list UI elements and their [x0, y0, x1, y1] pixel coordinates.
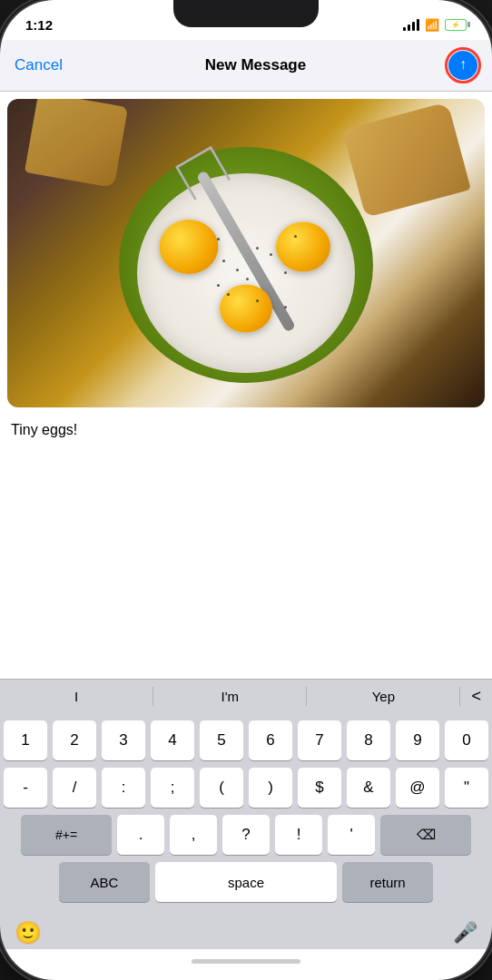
- keyboard-row-bottom: ABC space return: [4, 862, 488, 902]
- predictive-bar: I I'm Yep <: [0, 679, 492, 713]
- keyboard-bottom-bar: 🙂 🎤: [0, 913, 492, 949]
- wifi-icon: 📶: [425, 18, 439, 32]
- key-9[interactable]: 9: [396, 720, 439, 760]
- egg-white: [137, 173, 355, 373]
- key-period[interactable]: .: [117, 815, 164, 855]
- key-abc[interactable]: ABC: [59, 862, 150, 902]
- key-hashtag-plus-equals[interactable]: #+=: [21, 815, 112, 855]
- message-header: Cancel New Message ↑: [0, 40, 492, 92]
- key-8[interactable]: 8: [347, 720, 390, 760]
- signal-bars-icon: [403, 19, 419, 31]
- key-5[interactable]: 5: [200, 720, 243, 760]
- food-image-bg: [7, 99, 485, 407]
- status-icons: 📶 ⚡: [403, 18, 467, 32]
- key-2[interactable]: 2: [53, 720, 96, 760]
- key-comma[interactable]: ,: [170, 815, 217, 855]
- keyboard: 1 2 3 4 5 6 7 8 9 0 - / : ; ( ) $ & @ " …: [0, 713, 492, 913]
- toast-piece-2: [25, 99, 128, 188]
- key-return[interactable]: return: [342, 862, 433, 902]
- predictive-backspace-button[interactable]: <: [460, 687, 492, 706]
- key-4[interactable]: 4: [151, 720, 194, 760]
- keyboard-row-symbols: - / : ; ( ) $ & @ ": [4, 768, 488, 808]
- key-question[interactable]: ?: [222, 815, 270, 855]
- keyboard-row-punctuation: #+= . , ? ! ' ⌫: [4, 815, 488, 855]
- notch: [173, 0, 319, 27]
- battery-icon: ⚡: [445, 19, 467, 31]
- cancel-button[interactable]: Cancel: [15, 56, 63, 74]
- key-backspace[interactable]: ⌫: [380, 815, 471, 855]
- home-bar: [192, 959, 300, 964]
- key-close-paren[interactable]: ): [249, 768, 292, 808]
- send-arrow-icon: ↑: [459, 56, 467, 73]
- send-button-wrapper: ↑: [448, 51, 477, 80]
- key-7[interactable]: 7: [298, 720, 341, 760]
- key-dash[interactable]: -: [4, 768, 47, 808]
- key-at[interactable]: @: [396, 768, 439, 808]
- send-button[interactable]: ↑: [448, 51, 477, 80]
- key-semicolon[interactable]: ;: [151, 768, 194, 808]
- key-colon[interactable]: :: [102, 768, 145, 808]
- key-exclamation[interactable]: !: [275, 815, 322, 855]
- key-0[interactable]: 0: [445, 720, 488, 760]
- key-quote[interactable]: ": [445, 768, 488, 808]
- header-title: New Message: [205, 56, 307, 74]
- caption-area: Tiny eggs!: [0, 415, 492, 442]
- key-apostrophe[interactable]: ': [328, 815, 375, 855]
- egg-yolk-1: [159, 220, 218, 274]
- home-indicator: [0, 949, 492, 980]
- key-ampersand[interactable]: &: [347, 768, 390, 808]
- key-space[interactable]: space: [155, 862, 337, 902]
- egg-yolk-3: [220, 285, 272, 333]
- predictive-word-2[interactable]: I'm: [153, 687, 307, 706]
- key-open-paren[interactable]: (: [200, 768, 243, 808]
- attached-image: [7, 99, 485, 407]
- key-dollar[interactable]: $: [298, 768, 341, 808]
- key-slash[interactable]: /: [53, 768, 96, 808]
- predictive-word-1[interactable]: I: [0, 687, 153, 706]
- key-3[interactable]: 3: [102, 720, 145, 760]
- caption-text: Tiny eggs!: [11, 422, 77, 437]
- key-6[interactable]: 6: [249, 720, 292, 760]
- status-time: 1:12: [25, 17, 53, 33]
- predictive-word-3[interactable]: Yep: [307, 687, 460, 706]
- microphone-button[interactable]: 🎤: [453, 921, 477, 945]
- toast-piece-1: [342, 102, 471, 218]
- egg-yolk-2: [276, 222, 330, 272]
- phone-frame: 1:12 📶 ⚡ Cancel New Message ↑: [0, 0, 492, 980]
- key-1[interactable]: 1: [4, 720, 47, 760]
- keyboard-row-numbers: 1 2 3 4 5 6 7 8 9 0: [4, 720, 488, 760]
- emoji-button[interactable]: 🙂: [15, 920, 42, 946]
- message-content-area: Tiny eggs!: [0, 92, 492, 679]
